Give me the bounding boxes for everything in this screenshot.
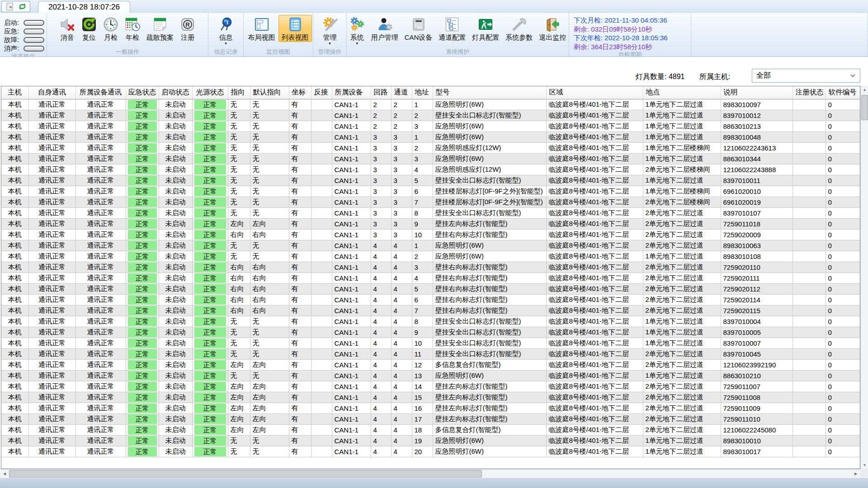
lamp-config-button[interactable]: 灯具配置 bbox=[469, 15, 502, 42]
column-header-emergency[interactable]: 应急状态 bbox=[126, 86, 159, 99]
column-header-channel[interactable]: 通道 bbox=[391, 86, 412, 99]
cell-emergency: 正常 bbox=[126, 381, 159, 392]
cell-place: 1单元地下二层过道 bbox=[643, 327, 721, 338]
ribbon-group-label: 信息记录 bbox=[208, 48, 243, 56]
column-header-start[interactable]: 启动状态 bbox=[159, 86, 192, 99]
cell-region: 临波庭8号楼/401-地下二层 bbox=[546, 121, 643, 131]
annual-check-button[interactable]: 年检 bbox=[122, 15, 143, 42]
info-button[interactable]: i信息▼ bbox=[215, 15, 237, 47]
cell-software: 0 bbox=[826, 197, 860, 207]
cell-register bbox=[793, 207, 826, 218]
reset-button[interactable]: 复位 bbox=[78, 15, 100, 42]
status-ok-badge: 正常 bbox=[128, 414, 157, 424]
cell-default_dir: 右向 bbox=[250, 272, 289, 283]
cell-region: 临波庭8号楼/401-地下二层 bbox=[546, 218, 643, 229]
column-header-register[interactable]: 注册状态 bbox=[793, 86, 826, 99]
channel-config-button[interactable]: 通道配置 bbox=[435, 15, 469, 42]
cell-region: 临波庭8号楼/401-地下二层 bbox=[546, 153, 643, 164]
horizontal-scrollbar[interactable]: ◀ ▶ bbox=[0, 469, 860, 478]
cell-loop: 3 bbox=[371, 207, 391, 218]
can-device-button[interactable]: CAN设备 bbox=[401, 15, 436, 42]
monthly-check-button[interactable]: 月检 bbox=[100, 15, 122, 42]
column-header-addr[interactable]: 地址 bbox=[412, 86, 433, 99]
cell-note: 7259020114 bbox=[721, 294, 793, 305]
vertical-scroll-thumb[interactable] bbox=[861, 95, 868, 120]
cell-addr: 13 bbox=[412, 370, 433, 381]
cell-region: 临波庭8号楼/401-地下二层 bbox=[546, 435, 643, 446]
column-header-dir[interactable]: 指向 bbox=[228, 86, 250, 99]
layout-view-icon bbox=[254, 17, 269, 32]
cell-light: 正常 bbox=[192, 218, 228, 229]
chevron-down-icon[interactable] bbox=[850, 74, 856, 78]
scroll-up-icon[interactable]: ▲ bbox=[861, 86, 868, 94]
scrollbar-corner bbox=[860, 469, 868, 478]
cell-light: 正常 bbox=[192, 153, 228, 164]
scroll-left-icon[interactable]: ◀ bbox=[0, 469, 9, 479]
table-header-row: 主机自身通讯所属设备通讯应急状态启动状态光源状态指向默认指向坐标反接所属设备回路… bbox=[1, 86, 860, 99]
scroll-right-icon[interactable]: ▶ bbox=[851, 469, 860, 479]
column-header-host[interactable]: 主机 bbox=[1, 86, 28, 99]
cell-host: 本机 bbox=[1, 229, 28, 240]
register-button[interactable]: R注册 bbox=[177, 15, 198, 42]
column-header-reverse[interactable]: 反接 bbox=[311, 86, 332, 99]
user-management-button[interactable]: 用户管理 bbox=[368, 15, 401, 42]
cell-loop: 2 bbox=[371, 121, 391, 131]
cell-emergency: 正常 bbox=[126, 251, 159, 262]
evacuation-plan-button[interactable]: 疏散预案 bbox=[143, 15, 177, 42]
cell-register bbox=[793, 424, 826, 435]
cell-channel: 2 bbox=[391, 121, 412, 131]
column-header-model[interactable]: 型号 bbox=[433, 86, 546, 99]
column-header-place[interactable]: 地点 bbox=[643, 86, 721, 99]
cell-place: 1单元地下二层过道 bbox=[643, 370, 721, 381]
cell-model: 壁挂左向标志灯(智能型) bbox=[433, 392, 546, 403]
cell-self_comm: 通讯正常 bbox=[28, 197, 75, 207]
list-view-button[interactable]: 列表视图 bbox=[278, 15, 312, 42]
cell-place: 2单元地下二层过道 bbox=[643, 413, 721, 424]
column-header-light[interactable]: 光源状态 bbox=[192, 86, 228, 99]
exit-monitor-button[interactable]: 退出监控 bbox=[536, 15, 569, 42]
column-header-software[interactable]: 软件编号 bbox=[826, 86, 860, 99]
form-edit-icon[interactable]: a bbox=[5, 2, 14, 11]
cell-loop: 4 bbox=[371, 392, 391, 403]
system-params-button[interactable]: 系统参数 bbox=[502, 15, 536, 42]
column-header-device_comm[interactable]: 所属设备通讯 bbox=[75, 86, 126, 99]
cell-device: CAN1-1 bbox=[332, 229, 371, 240]
column-header-note[interactable]: 说明 bbox=[721, 86, 793, 99]
host-filter-combobox[interactable]: 全部 bbox=[752, 69, 860, 83]
cell-device: CAN1-1 bbox=[332, 446, 371, 457]
column-header-region[interactable]: 区域 bbox=[546, 86, 643, 99]
cell-device: CAN1-1 bbox=[332, 403, 371, 413]
cell-register bbox=[793, 316, 826, 327]
cell-addr: 5 bbox=[412, 283, 433, 294]
window-title-tab[interactable]: 2021-10-28 18:07:26 bbox=[38, 1, 130, 13]
refresh-icon[interactable] bbox=[18, 2, 27, 11]
cell-channel: 3 bbox=[391, 153, 412, 164]
cell-device_comm: 通讯正常 bbox=[75, 424, 126, 435]
cell-device: CAN1-1 bbox=[332, 435, 371, 446]
system-params-icon bbox=[511, 17, 527, 32]
column-header-device[interactable]: 所属设备 bbox=[332, 86, 371, 99]
cell-software: 0 bbox=[826, 359, 860, 370]
cell-reverse bbox=[311, 424, 332, 435]
scroll-down-icon[interactable]: ▼ bbox=[861, 461, 868, 469]
cell-device_comm: 通讯正常 bbox=[75, 413, 126, 424]
column-header-loop[interactable]: 回路 bbox=[371, 86, 391, 99]
vertical-scrollbar[interactable]: ▲ ▼ bbox=[860, 86, 868, 469]
cell-register bbox=[793, 110, 826, 121]
column-header-coord[interactable]: 坐标 bbox=[289, 86, 311, 99]
horizontal-scroll-thumb[interactable] bbox=[9, 470, 482, 478]
manage-button[interactable]: 管理▼ bbox=[319, 15, 341, 47]
cell-light: 正常 bbox=[192, 99, 228, 110]
status-ok-badge: 正常 bbox=[194, 371, 226, 380]
cell-register bbox=[793, 305, 826, 316]
system-button[interactable]: 系统▼ bbox=[347, 15, 368, 47]
cell-dir: 无 bbox=[228, 370, 250, 381]
cell-loop: 4 bbox=[371, 381, 391, 392]
cell-start: 未启动 bbox=[159, 164, 192, 175]
mute-button[interactable]: 消音 bbox=[57, 15, 78, 42]
column-header-default_dir[interactable]: 默认指向 bbox=[250, 86, 289, 99]
layout-view-button[interactable]: 布局视图 bbox=[245, 15, 278, 42]
quick-access-toolbar[interactable]: a bbox=[1, 1, 30, 12]
column-header-self_comm[interactable]: 自身通讯 bbox=[28, 86, 75, 99]
cell-light: 正常 bbox=[192, 229, 228, 240]
